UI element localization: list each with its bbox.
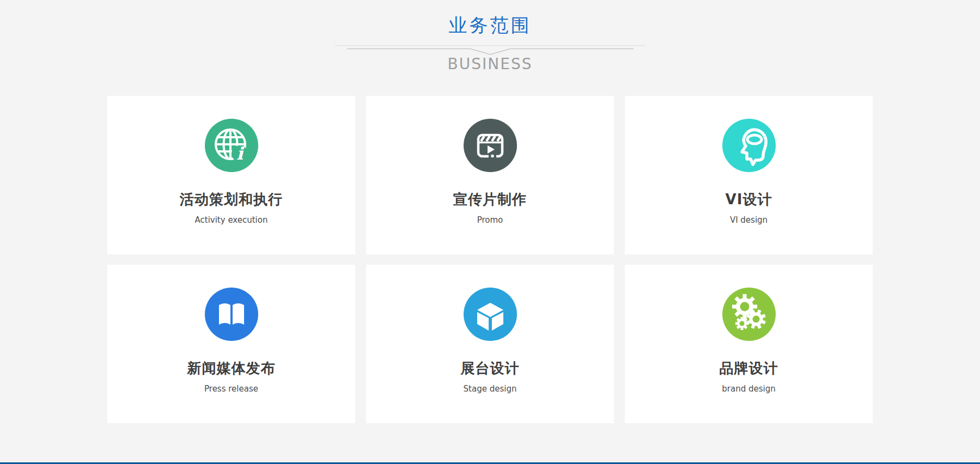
business-grid: i 活动策划和执行 Activity execution [107, 96, 873, 423]
section-subtitle: BUSINESS [0, 55, 980, 73]
cube-icon [464, 288, 517, 341]
business-card-press[interactable]: 新闻媒体发布 Press release [107, 265, 355, 423]
open-book-icon [205, 288, 258, 341]
card-title: VI设计 [726, 190, 772, 209]
card-title: 展台设计 [461, 359, 520, 378]
business-card-stage[interactable]: 展台设计 Stage design [366, 265, 614, 423]
gears-icon [722, 288, 776, 341]
clapperboard-icon [464, 119, 517, 172]
card-subtitle: Stage design [464, 384, 517, 394]
section-title: 业务范围 [0, 0, 980, 38]
card-subtitle: VI design [730, 215, 768, 225]
card-subtitle: brand design [722, 384, 775, 394]
card-subtitle: Press release [204, 384, 258, 394]
business-card-vi[interactable]: VI设计 VI design [625, 96, 873, 254]
card-subtitle: Activity execution [195, 215, 268, 225]
card-subtitle: Promo [477, 215, 503, 225]
business-section: 业务范围 BUSINESS [0, 0, 980, 464]
business-card-activity[interactable]: i 活动策划和执行 Activity execution [107, 96, 355, 254]
head-profile-icon [722, 119, 776, 172]
card-title: 新闻媒体发布 [187, 359, 276, 378]
card-title: 活动策划和执行 [180, 190, 283, 209]
card-title: 宣传片制作 [453, 190, 527, 209]
card-title: 品牌设计 [720, 359, 778, 378]
globe-info-icon: i [205, 119, 258, 172]
business-card-promo[interactable]: 宣传片制作 Promo [366, 96, 614, 254]
business-card-brand[interactable]: 品牌设计 brand design [625, 265, 873, 423]
